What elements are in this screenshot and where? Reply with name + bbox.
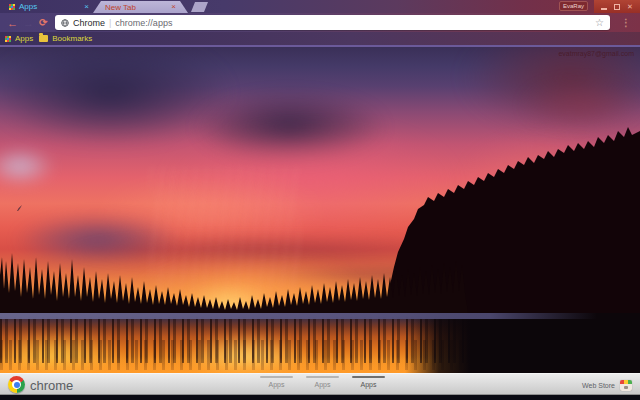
launcher-page-indicators: Apps Apps Apps [260,376,385,388]
globe-icon [61,19,69,27]
tab-new-tab[interactable]: New Tab × [93,1,188,13]
back-icon[interactable]: ← [7,13,18,32]
window-controls: ✕ [594,0,640,13]
watermark-email: evatmray87@gmail.com [558,50,634,57]
reload-icon[interactable]: ⟳ [39,13,47,32]
web-store-link[interactable]: Web Store [582,374,632,396]
page-indicator-line [260,376,293,378]
launcher-page-apps-2[interactable]: Apps [306,376,339,388]
close-icon[interactable]: ✕ [627,3,633,10]
toolbar: ← → ⟳ Chrome | chrome://apps ☆ ⋮ [0,13,640,32]
launcher-page-apps-1[interactable]: Apps [260,376,293,388]
chrome-theme-preview: Apps × New Tab × EvaRay ✕ ← → ⟳ Chrome |… [0,0,640,400]
bookmark-item-apps[interactable]: Apps [5,34,33,43]
tab-new-tab-label: New Tab [105,3,171,12]
bookmarks-bar: Apps Bookmarks [0,32,640,47]
bookmark-star-icon[interactable]: ☆ [595,18,604,28]
web-store-icon [620,380,632,391]
bookmark-label: Apps [15,34,33,43]
mountain-treeline-silhouette [0,47,640,373]
forward-icon[interactable]: → [23,13,34,32]
apps-grid-favicon [9,4,15,10]
page-indicator-line [352,376,385,378]
chrome-logo-icon [8,376,25,393]
bookmark-item-bookmarks[interactable]: Bookmarks [39,34,92,43]
omnibox-url[interactable]: chrome://apps [115,18,591,28]
omnibox-site-label: Chrome [73,18,105,28]
theme-background-photo: evatmray87@gmail.com [0,47,640,373]
omnibox-separator: | [109,18,111,28]
omnibox[interactable]: Chrome | chrome://apps ☆ [55,15,610,30]
tab-close-icon[interactable]: × [171,3,176,11]
launcher-bar: chrome Apps Apps Apps Web Store [0,373,640,395]
page-indicator-line [306,376,339,378]
tab-close-icon[interactable]: × [84,3,89,11]
tab-strip: Apps × New Tab × EvaRay ✕ [0,0,640,13]
menu-dots-icon[interactable]: ⋮ [621,13,631,32]
tab-apps-label: Apps [19,2,80,11]
folder-icon [39,35,48,42]
bottom-edge-strip [0,395,640,400]
bookmark-label: Bookmarks [52,34,92,43]
apps-grid-icon [5,36,11,42]
profile-badge[interactable]: EvaRay [559,1,588,11]
tab-apps[interactable]: Apps × [6,0,92,13]
new-tab-button[interactable] [191,2,208,12]
launcher-page-apps-3[interactable]: Apps [352,376,385,388]
maximize-icon[interactable] [614,4,620,10]
chrome-brand-label: chrome [30,374,73,396]
minimize-icon[interactable] [601,8,607,10]
